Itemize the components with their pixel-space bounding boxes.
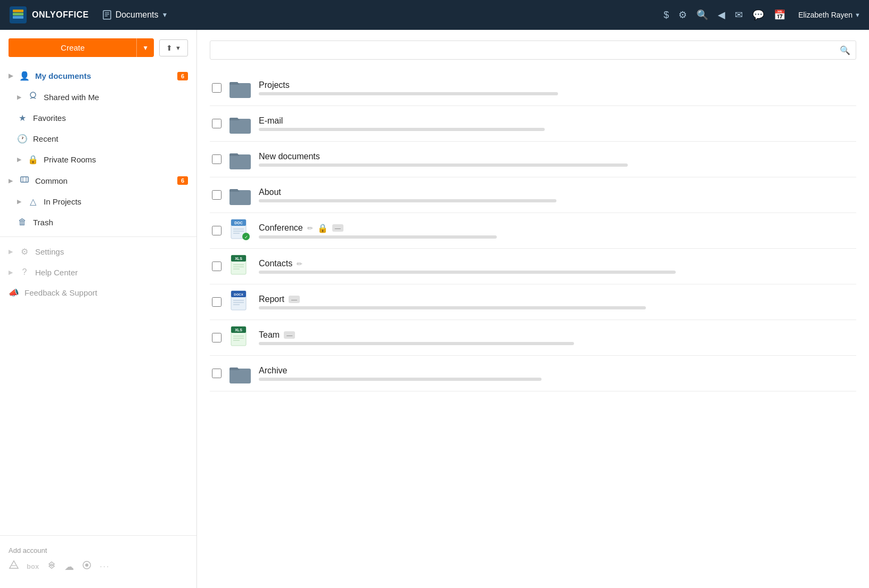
dollar-icon[interactable]: $ — [663, 10, 669, 21]
file-row-archive: Archive Share ▼ — [210, 356, 856, 391]
sidebar-item-private-rooms[interactable]: ▶ 🔒 Private Rooms — [0, 149, 196, 170]
content-area: 🔍 Projects Share — [197, 30, 869, 588]
share-button-projects[interactable]: Share — [809, 84, 837, 92]
checkbox-archive[interactable] — [212, 369, 222, 378]
file-name-archive: Archive — [259, 366, 802, 375]
module-selector[interactable]: Documents ▼ — [102, 10, 168, 20]
edit-icon-conference[interactable]: ✏ — [307, 224, 313, 232]
badge-team: — — [284, 331, 295, 339]
main-layout: Create ▼ ⬆ ▼ ▶ 👤 My documents 6 ▶ — [0, 30, 869, 588]
chevron-help: ▶ — [9, 269, 13, 276]
search-input[interactable] — [216, 41, 840, 59]
badge-conference: — — [332, 224, 343, 232]
sidebar-item-my-documents[interactable]: ▶ 👤 My documents 6 — [0, 66, 196, 86]
sidebar-footer: Add account box — [0, 540, 196, 579]
brand-logo[interactable]: ONLYOFFICE — [9, 5, 89, 24]
sidebar-item-recent[interactable]: 🕐 Recent — [0, 128, 196, 149]
sidebar-item-help[interactable]: ▶ ? Help Center — [0, 262, 196, 282]
file-row-new-documents: New documents — [210, 142, 856, 177]
checkbox-about[interactable] — [212, 190, 222, 200]
sidebar-label-favorites: Favorites — [33, 113, 188, 123]
favorites-icon: ★ — [17, 113, 28, 123]
sidebar-label-settings: Settings — [35, 247, 188, 256]
search-icon[interactable]: 🔍 — [696, 9, 708, 21]
sidebar-item-favorites[interactable]: ★ Favorites — [0, 108, 196, 128]
sidebar-item-settings[interactable]: ▶ ⚙ Settings — [0, 241, 196, 262]
folder-icon-about — [228, 183, 252, 207]
sidebar-divider-1 — [0, 236, 196, 237]
nav-icons: $ ⚙ 🔍 ◀ ✉ 💬 📅 — [663, 9, 785, 21]
sidebar-item-in-projects[interactable]: ▶ △ In Projects — [0, 191, 196, 212]
svg-rect-19 — [229, 119, 251, 134]
svg-point-17 — [85, 564, 88, 567]
trash-icon: 🗑 — [17, 217, 28, 227]
dropbox-icon[interactable] — [46, 560, 57, 573]
owncloud-icon[interactable]: ☁ — [64, 561, 74, 573]
checkbox-new-documents[interactable] — [212, 154, 222, 164]
sidebar-actions: Create ▼ ⬆ ▼ — [0, 38, 196, 66]
box-icon[interactable]: box — [27, 562, 39, 570]
checkbox-report[interactable] — [212, 297, 222, 307]
file-meta-team — [259, 342, 574, 345]
share-button-archive[interactable]: Share — [809, 370, 837, 378]
checkbox-email[interactable] — [212, 119, 222, 128]
edit-icon-contacts[interactable]: ✏ — [297, 260, 302, 268]
google-drive-icon[interactable] — [9, 560, 19, 573]
file-info-new-documents: New documents — [259, 152, 854, 167]
chevron-common: ▶ — [9, 177, 13, 184]
file-info-archive: Archive — [259, 366, 802, 381]
user-menu[interactable]: Elizabeth Rayen ▼ — [798, 11, 860, 19]
file-row-projects: Projects Share ▼ — [210, 70, 856, 106]
calendar-icon[interactable]: 📅 — [774, 9, 785, 21]
chevron-private: ▶ — [17, 156, 21, 163]
create-button-group: Create ▼ — [9, 38, 154, 57]
create-dropdown-button[interactable]: ▼ — [136, 38, 154, 57]
file-row-about: About — [210, 177, 856, 213]
chevron-settings: ▶ — [9, 248, 13, 255]
feed-icon[interactable]: ◀ — [718, 9, 725, 21]
upload-button[interactable]: ⬆ ▼ — [159, 39, 188, 56]
checkbox-conference[interactable] — [212, 226, 222, 235]
sidebar-item-shared-with-me[interactable]: ▶ Shared with Me — [0, 86, 196, 108]
sidebar-item-common[interactable]: ▶ Common 6 — [0, 170, 196, 191]
nextcloud-icon[interactable] — [81, 560, 92, 573]
checkbox-team[interactable] — [212, 333, 222, 342]
docx-icon-report: DOCX — [228, 290, 252, 314]
sidebar-item-feedback[interactable]: 📣 Feedback & Support — [0, 282, 196, 303]
file-row-conference: DOC ✓ Conference ✏ 🔒 — — [210, 213, 856, 249]
mail-icon[interactable]: ✉ — [735, 9, 743, 21]
search-submit-icon[interactable]: 🔍 — [840, 45, 850, 55]
sidebar-item-trash[interactable]: 🗑 Trash — [0, 212, 196, 232]
file-name-report: Report — — [259, 295, 854, 304]
sidebar-label-private-rooms: Private Rooms — [44, 155, 188, 164]
chevron-my-documents: ▶ — [9, 72, 13, 79]
checkbox-contacts[interactable] — [212, 262, 222, 271]
shared-icon — [28, 92, 38, 102]
sidebar-navigation: ▶ 👤 My documents 6 ▶ Shared with Me ★ Fa… — [0, 66, 196, 531]
share-circle-projects[interactable]: ▼ — [842, 82, 854, 94]
upload-arrow: ▼ — [175, 45, 181, 51]
share-dropdown-team[interactable]: ▼ — [842, 332, 854, 344]
share-button-team[interactable]: Share — [809, 334, 837, 342]
create-button[interactable]: Create — [9, 38, 137, 57]
settings-icon[interactable]: ⚙ — [678, 9, 687, 21]
sidebar-label-my-documents: My documents — [35, 71, 172, 80]
chat-icon[interactable]: 💬 — [752, 9, 764, 21]
svg-rect-21 — [229, 190, 251, 205]
svg-rect-2 — [13, 16, 23, 19]
user-name: Elizabeth Rayen — [798, 11, 852, 19]
file-meta-conference — [259, 235, 497, 239]
file-meta-archive — [259, 378, 542, 381]
svg-rect-4 — [13, 10, 23, 12]
sidebar-label-trash: Trash — [33, 218, 188, 227]
checkbox-projects[interactable] — [212, 83, 222, 93]
share-dropdown-archive[interactable]: ▼ — [842, 368, 854, 379]
badge-report: — — [289, 296, 300, 303]
more-icon[interactable]: ··· — [100, 562, 110, 571]
svg-text:XLS: XLS — [235, 257, 242, 260]
svg-rect-5 — [103, 11, 111, 19]
svg-rect-20 — [229, 154, 251, 169]
common-icon — [19, 175, 30, 186]
file-meta-report — [259, 306, 646, 309]
svg-marker-12 — [10, 561, 18, 568]
